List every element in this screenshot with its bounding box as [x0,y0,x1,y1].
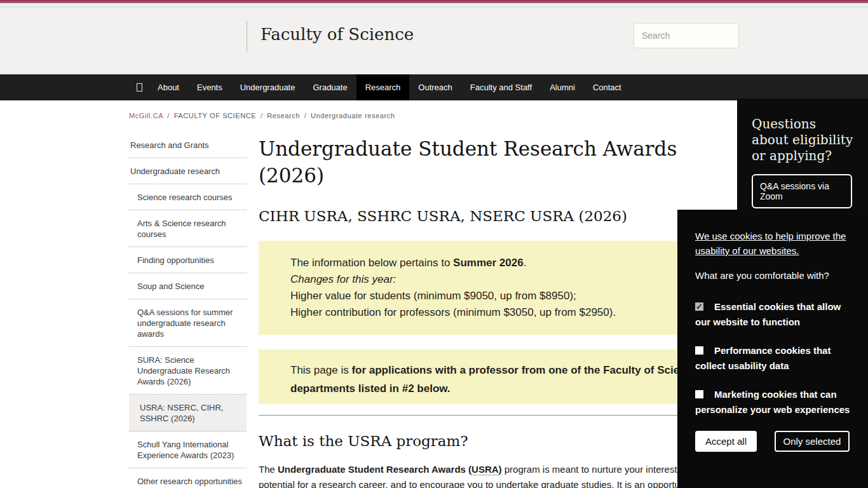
breadcrumb-item-mcgill[interactable]: McGill.CA [129,112,163,119]
essential-cookies-checkbox[interactable] [695,302,703,311]
scope-notice-box: This page is for applications with a pro… [259,349,731,404]
sidebar-item-usra-active[interactable]: USRA: NSERC, CIHR, SSHRC (2026) [129,395,247,431]
site-header: Faculty of Science [0,3,868,74]
page-title: Undergraduate Student Research Awards (2… [259,135,731,189]
nav-item-about[interactable]: About [149,74,188,100]
sidebar-item-finding-opportunities[interactable]: Finding opportunities [129,247,247,273]
qa-panel-heading: Questions about eligibility or applying? [752,116,855,164]
usra-abbr: USRA [471,464,499,475]
cookie-option-essential: Essential cookies that allow our website… [695,299,853,330]
header-divider [247,21,247,53]
main-column: Undergraduate Student Research Awards (2… [259,135,731,488]
only-selected-button[interactable]: Only selected [775,431,850,452]
qa-zoom-button[interactable]: Q&A sessions via Zoom [752,174,852,208]
nav-item-research[interactable]: Research [356,74,410,100]
page-subtitle: CIHR USRA, SSHRC USRA, NSERC USRA (2026) [259,205,731,227]
nav-item-alumni[interactable]: Alumni [541,74,584,100]
section-divider [259,415,731,416]
nav-item-graduate[interactable]: Graduate [304,74,356,100]
sidebar-item-research-and-grants[interactable]: Research and Grants [129,132,247,158]
notice-line-4: Higher contribution for professors (mini… [290,304,699,321]
notice-line-3: Higher value for students (minimum $9050… [290,288,699,304]
performance-cookies-checkbox[interactable] [695,346,703,355]
sidebar-item-soup-and-science[interactable]: Soup and Science [129,273,247,299]
search-input[interactable] [634,23,739,48]
header-accent-line [0,6,868,8]
section-heading: What is the USRA program? [259,431,731,451]
site-title: Faculty of Science [261,25,414,44]
home-icon[interactable] [130,74,149,100]
cookie-buttons: Accept all Only selected [695,431,853,452]
breadcrumb-separator: / [302,112,309,119]
breadcrumb-item-research[interactable]: Research [267,112,300,119]
page: Faculty of Science About Events Undergra… [0,0,868,488]
cookie-options: Essential cookies that allow our website… [695,299,853,417]
notice-line-1: The information below pertains to Summer… [290,255,699,271]
cookie-option-performance: Performance cookies that collect usabili… [695,343,853,374]
sidebar-item-sura[interactable]: SURA: Science Undergraduate Research Awa… [129,347,247,395]
sidebar-item-qa-sessions[interactable]: Q&A sessions for summer undergraduate re… [129,299,247,347]
nav-item-contact[interactable]: Contact [584,74,630,100]
breadcrumb-separator: / [259,112,265,119]
sidebar-item-arts-science-research-courses[interactable]: Arts & Science research courses [129,210,247,247]
sidebar-menu: Research and Grants Undergraduate resear… [129,132,247,488]
breadcrumb-item-undergraduate-research: Undergraduate research [311,112,395,119]
nav-item-outreach[interactable]: Outreach [409,74,461,100]
accept-all-button[interactable]: Accept all [695,431,757,452]
sidebar-item-schull-yang[interactable]: Schull Yang International Experience Awa… [129,431,247,468]
main-nav: About Events Undergraduate Graduate Rese… [0,74,868,100]
breadcrumb-separator: / [165,112,172,119]
qa-callout-panel: Questions about eligibility or applying?… [737,98,868,213]
breadcrumb: McGill.CA / FACULTY OF SCIENCE / Researc… [129,112,395,119]
cookie-policy-link[interactable]: We use cookies to help improve the usabi… [695,231,846,256]
cookie-question: What are you comfortable with? [695,269,853,283]
nav-item-faculty-and-staff[interactable]: Faculty and Staff [461,74,541,100]
cookie-option-marketing: Marketing cookies that can personalize y… [695,387,853,417]
cookie-consent-panel: We use cookies to help improve the usabi… [677,210,868,488]
marketing-cookies-checkbox[interactable] [695,390,703,398]
sidebar-item-other-research-opportunities[interactable]: Other research opportunities [129,468,247,488]
breadcrumb-item-faculty[interactable]: FACULTY OF SCIENCE [174,112,257,119]
intro-paragraph: The Undergraduate Student Research Award… [259,462,731,488]
sidebar-item-undergraduate-research[interactable]: Undergraduate research [129,158,247,184]
nav-item-events[interactable]: Events [188,74,231,100]
home-glyph-box [137,83,142,92]
summer-notice-box: The information below pertains to Summer… [259,241,731,335]
nav-item-undergraduate[interactable]: Undergraduate [231,74,304,100]
sidebar-item-science-research-courses[interactable]: Science research courses [129,184,247,210]
notice-line-2: Changes for this year: [290,271,699,288]
